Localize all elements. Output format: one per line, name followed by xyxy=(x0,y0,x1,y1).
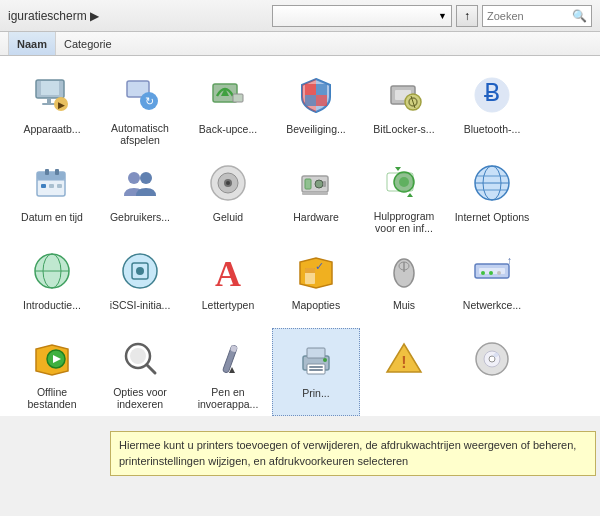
svg-point-67 xyxy=(489,271,493,275)
hardware-icon xyxy=(292,159,340,207)
column-headers: Naam Categorie xyxy=(0,32,600,56)
svg-rect-27 xyxy=(55,169,59,175)
icon-item-apparaatbeheer[interactable]: ▶Apparaatb... xyxy=(8,64,96,152)
svg-text:▶: ▶ xyxy=(58,100,65,110)
path-dropdown[interactable]: ▼ xyxy=(272,5,452,27)
svg-point-36 xyxy=(226,181,230,185)
internet-icon xyxy=(468,159,516,207)
icon-label-hulpprograms: Hulpprogram voor en inf... xyxy=(365,210,443,235)
icon-item-offline[interactable]: Offline bestanden xyxy=(8,328,96,416)
hulpprograms-icon xyxy=(380,159,428,206)
muis-icon xyxy=(380,247,428,295)
svg-point-32 xyxy=(140,172,152,184)
lettertypen-icon: A xyxy=(204,247,252,295)
svg-rect-38 xyxy=(305,179,311,189)
icon-label-muis: Muis xyxy=(393,299,415,312)
icon-item-lettertypen[interactable]: ALettertypen xyxy=(184,240,272,328)
icon-label-bluetooth: Bluetooth-... xyxy=(464,123,521,136)
svg-text:A: A xyxy=(215,254,241,292)
icon-item-printers[interactable]: Prin... xyxy=(272,328,360,416)
svg-rect-15 xyxy=(316,95,327,106)
icon-label-mapopties: Mapopties xyxy=(292,299,340,312)
svg-text:↑↓: ↑↓ xyxy=(507,255,513,266)
icon-label-geluid: Geluid xyxy=(213,211,243,224)
svg-point-43 xyxy=(399,177,409,187)
icon-label-apparaatbeheer: Apparaatb... xyxy=(23,123,80,136)
svg-point-39 xyxy=(315,180,323,188)
icon-label-internet: Internet Options xyxy=(455,211,530,224)
svg-rect-11 xyxy=(233,94,243,102)
icon-item-backup[interactable]: Back-upce... xyxy=(184,64,272,152)
cd-icon xyxy=(468,335,516,383)
geluid-icon xyxy=(204,159,252,207)
backup-icon xyxy=(204,71,252,119)
icon-label-introductie: Introductie... xyxy=(23,299,81,312)
printers-icon xyxy=(292,335,340,383)
svg-line-74 xyxy=(147,365,155,373)
icon-item-opties[interactable]: Opties voor indexeren xyxy=(96,328,184,416)
icon-item-beveiliging[interactable]: Beveiliging... xyxy=(272,64,360,152)
apparaatbeheer-icon: ▶ xyxy=(28,71,76,119)
netwerke-icon: ↑↓ xyxy=(468,247,516,295)
svg-text:Ƀ: Ƀ xyxy=(484,79,500,106)
svg-rect-41 xyxy=(302,192,328,195)
svg-rect-83 xyxy=(309,369,323,371)
icon-item-netwerke[interactable]: ↑↓Netwerkce... xyxy=(448,240,536,328)
icon-label-gebruikers: Gebruikers... xyxy=(110,211,170,224)
svg-point-31 xyxy=(128,172,140,184)
bluetooth-icon: Ƀ xyxy=(468,71,516,119)
icon-label-offline: Offline bestanden xyxy=(13,386,91,411)
icon-item-pen[interactable]: Pen en invoerappa... xyxy=(184,328,272,416)
svg-rect-12 xyxy=(305,84,316,95)
icon-item-warning2[interactable]: ! xyxy=(360,328,448,416)
svg-point-84 xyxy=(323,358,327,362)
icon-item-iscsi[interactable]: iSCSI-initia... xyxy=(96,240,184,328)
svg-text:✓: ✓ xyxy=(315,260,324,272)
col-header-category[interactable]: Categorie xyxy=(56,32,120,55)
svg-text:!: ! xyxy=(401,354,406,371)
top-bar: iguratiescherm ▶ ▼ ↑ 🔍 xyxy=(0,0,600,32)
icon-label-datum: Datum en tijd xyxy=(21,211,83,224)
automatisch-icon: ↻ xyxy=(116,71,164,118)
svg-rect-24 xyxy=(37,172,65,180)
svg-rect-1 xyxy=(41,81,59,95)
icon-label-backup: Back-upce... xyxy=(199,123,257,136)
icon-item-geluid[interactable]: Geluid xyxy=(184,152,272,240)
svg-point-55 xyxy=(136,267,144,275)
bitlocker-icon xyxy=(380,71,428,119)
icon-item-gebruikers[interactable]: Gebruikers... xyxy=(96,152,184,240)
icon-item-hardware[interactable]: Hardware xyxy=(272,152,360,240)
search-box: 🔍 xyxy=(482,5,592,27)
icon-item-muis[interactable]: Muis xyxy=(360,240,448,328)
search-icon: 🔍 xyxy=(572,9,587,23)
icon-item-introductie[interactable]: Introductie... xyxy=(8,240,96,328)
svg-rect-14 xyxy=(305,95,316,106)
icon-item-bitlocker[interactable]: BitLocker-s... xyxy=(360,64,448,152)
tooltip-text: Hiermee kunt u printers toevoegen of ver… xyxy=(119,439,576,466)
search-input[interactable] xyxy=(487,10,572,22)
icon-item-bluetooth[interactable]: ɃBluetooth-... xyxy=(448,64,536,152)
svg-rect-40 xyxy=(323,181,326,187)
icon-item-cd[interactable] xyxy=(448,328,536,416)
back-button[interactable]: ↑ xyxy=(456,5,478,27)
icon-item-automatisch[interactable]: ↻Automatisch afspelen xyxy=(96,64,184,152)
col-header-name[interactable]: Naam xyxy=(8,32,56,55)
icon-item-internet[interactable]: Internet Options xyxy=(448,152,536,240)
opties-icon xyxy=(116,335,164,382)
icon-label-lettertypen: Lettertypen xyxy=(202,299,255,312)
svg-rect-29 xyxy=(49,184,54,188)
gebruikers-icon xyxy=(116,159,164,207)
icon-label-hardware: Hardware xyxy=(293,211,339,224)
icon-item-mapopties[interactable]: ✓Mapopties xyxy=(272,240,360,328)
icon-label-netwerke: Netwerkce... xyxy=(463,299,521,312)
svg-rect-59 xyxy=(305,268,315,273)
icon-item-hulpprograms[interactable]: Hulpprogram voor en inf... xyxy=(360,152,448,240)
svg-rect-13 xyxy=(316,84,327,95)
icon-item-datum[interactable]: Datum en tijd xyxy=(8,152,96,240)
iscsi-icon xyxy=(116,247,164,295)
introductie-icon xyxy=(28,247,76,295)
svg-rect-80 xyxy=(307,348,325,358)
breadcrumb: iguratiescherm ▶ xyxy=(8,9,268,23)
icon-label-iscsi: iSCSI-initia... xyxy=(110,299,171,312)
icon-label-beveiliging: Beveiliging... xyxy=(286,123,346,136)
